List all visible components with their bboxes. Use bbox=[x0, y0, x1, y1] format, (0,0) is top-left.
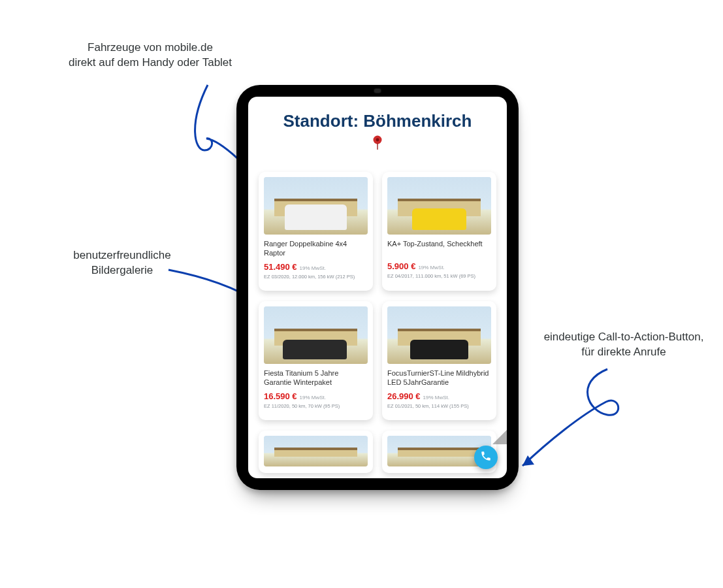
vehicle-grid: Ranger Doppelkabine 4x4 Raptor 51.490 € … bbox=[248, 154, 507, 478]
vehicle-meta: EZ 04/2017, 111.000 km, 51 kW (69 PS) bbox=[387, 273, 491, 279]
annotation-right: eindeutige Call-to-Action-Button, für di… bbox=[532, 330, 715, 360]
page-title: Standort: Böhmenkirch bbox=[248, 111, 507, 131]
phone-icon bbox=[480, 450, 492, 465]
tablet-frame: Standort: Böhmenkirch Ranger Doppelkabin… bbox=[236, 85, 519, 490]
vehicle-image[interactable] bbox=[264, 177, 368, 235]
vehicle-tax: 19% MwSt. bbox=[300, 265, 326, 271]
tablet-screen: Standort: Böhmenkirch Ranger Doppelkabin… bbox=[248, 97, 507, 478]
vehicle-card[interactable]: Fiesta Titanium 5 Jahre Garantie Winterp… bbox=[259, 301, 373, 420]
vehicle-image[interactable] bbox=[264, 306, 368, 364]
vehicle-tax: 19% MwSt. bbox=[423, 395, 449, 400]
vehicle-tax: 19% MwSt. bbox=[418, 265, 444, 270]
vehicle-meta: EZ 03/2020, 12.000 km, 156 kW (212 PS) bbox=[264, 274, 368, 280]
svg-point-1 bbox=[376, 139, 379, 142]
vehicle-price: 16.590 € bbox=[264, 391, 297, 401]
vehicle-image[interactable] bbox=[387, 177, 491, 235]
vehicle-name: Fiesta Titanium 5 Jahre Garantie Winterp… bbox=[264, 369, 368, 387]
vehicle-name: FocusTurnierST-Line Mildhybrid LED 5Jahr… bbox=[387, 369, 491, 387]
vehicle-card[interactable]: FocusTurnierST-Line Mildhybrid LED 5Jahr… bbox=[382, 301, 496, 420]
vehicle-card[interactable]: Ranger Doppelkabine 4x4 Raptor 51.490 € … bbox=[259, 172, 373, 291]
vehicle-meta: EZ 11/2020, 50 km, 70 kW (95 PS) bbox=[264, 403, 368, 409]
vehicle-price: 5.900 € bbox=[387, 261, 415, 271]
vehicle-name: KA+ Top-Zustand, Scheckheft bbox=[387, 240, 491, 257]
vehicle-image[interactable] bbox=[264, 436, 368, 466]
call-button[interactable] bbox=[474, 446, 498, 469]
vehicle-meta: EZ 01/2021, 50 km, 114 kW (155 PS) bbox=[387, 403, 491, 409]
svg-rect-2 bbox=[377, 143, 378, 150]
annotation-mid: benutzerfreundliche Bildergalerie bbox=[40, 248, 204, 278]
vehicle-price: 26.990 € bbox=[387, 391, 421, 401]
annotation-top: Fahrzeuge von mobile.de direkt auf dem H… bbox=[56, 41, 245, 71]
vehicle-name: Ranger Doppelkabine 4x4 Raptor bbox=[264, 240, 368, 258]
vehicle-price: 51.490 € bbox=[264, 262, 297, 272]
vehicle-tax: 19% MwSt. bbox=[300, 395, 326, 400]
vehicle-image[interactable] bbox=[387, 306, 491, 364]
tablet-camera-icon bbox=[374, 89, 381, 93]
pin-icon bbox=[248, 135, 507, 154]
arrow-right-icon bbox=[509, 363, 627, 474]
vehicle-card[interactable]: KA+ Top-Zustand, Scheckheft 5.900 € 19% … bbox=[382, 172, 496, 291]
vehicle-card[interactable] bbox=[259, 431, 373, 473]
